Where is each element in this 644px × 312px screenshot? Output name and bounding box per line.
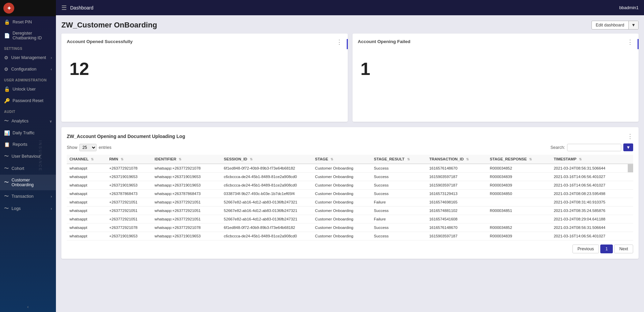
table-cell: 1616574881102 bbox=[426, 207, 487, 215]
audit-section-label: AUDIT bbox=[0, 106, 56, 115]
table-cell: +263772921051 bbox=[106, 215, 152, 223]
sidebar-item-daily-traffic[interactable]: 📊 Daily Traffic bbox=[0, 127, 56, 139]
topbar-title: Dashboard bbox=[70, 5, 94, 11]
sidebar-item-reset-pin[interactable]: 🔒 Reset PIN bbox=[0, 16, 56, 28]
sidebar-item-password-reset[interactable]: 🔑 Password Reset bbox=[0, 95, 56, 106]
table-row: whatsappt+263719019653whatsapp:+26371901… bbox=[67, 173, 633, 181]
dashboard-title: ZW_Customer OnBoarding bbox=[61, 21, 157, 30]
page-1-button[interactable]: 1 bbox=[600, 245, 613, 253]
col-timestamp[interactable]: TIMESTAMP ⇅ bbox=[551, 155, 628, 164]
filter-button[interactable]: ▼ bbox=[623, 143, 633, 151]
sidebar-item-user-behaviour[interactable]: 〜 User Behaviour bbox=[0, 150, 56, 162]
sidebar-item-transaction[interactable]: 〜 Transaction › bbox=[0, 190, 56, 202]
table-cell: whatsapp:+263787868473 bbox=[152, 190, 221, 198]
table-cell: whatsappt bbox=[67, 164, 106, 173]
unlock-icon: 🔓 bbox=[4, 86, 10, 92]
settings-section-label: SETTINGS bbox=[0, 43, 56, 52]
scrollbar-cell[interactable] bbox=[628, 164, 633, 173]
log-section-header: ZW_Account Opening and Document Uploadin… bbox=[67, 133, 633, 140]
edit-dashboard-button[interactable]: Edit dashboard ▼ bbox=[591, 21, 639, 30]
scrollbar-cell bbox=[628, 190, 633, 198]
wave-icon: 〜 bbox=[4, 153, 9, 159]
sidebar-item-analytics[interactable]: 〜 Analytics ∨ bbox=[0, 115, 56, 127]
pagination: Previous 1 Next bbox=[67, 245, 633, 253]
scrollbar-header bbox=[628, 155, 633, 164]
chevron-icon: ‹ bbox=[51, 67, 52, 71]
content-area: ZW_Customer OnBoarding Edit dashboard ▼ … bbox=[56, 15, 644, 312]
table-cell: 2021-03-16T14:06:56.401027 bbox=[551, 181, 628, 190]
stat-card-title-2: Account Opening Failed bbox=[358, 39, 410, 44]
table-controls: Show 25 10 50 100 entries Search: ▼ bbox=[67, 143, 633, 151]
table-cell: whatsapp:+263719019653 bbox=[152, 181, 221, 190]
edit-dashboard-label[interactable]: Edit dashboard bbox=[592, 21, 628, 29]
entries-select[interactable]: 25 10 50 100 bbox=[79, 144, 97, 151]
stat-card-menu-icon[interactable]: ⋮ bbox=[336, 39, 342, 45]
sidebar-item-reports[interactable]: 📋 Reports bbox=[0, 139, 56, 150]
sidebar-item-customer-onboarding[interactable]: 〜 Customer Onboarding bbox=[0, 175, 56, 190]
col-session-id[interactable]: SESSION_ID ⇅ bbox=[221, 155, 312, 164]
data-table: CHANNEL ⇅ RMN ⇅ IDENTIFIER ⇅ SESSION_ID … bbox=[67, 155, 633, 240]
next-button[interactable]: Next bbox=[614, 245, 633, 253]
stat-card-header: Account Opened Successfully ⋮ bbox=[67, 39, 342, 45]
table-cell: 52667e82-ab16-4d12-ab83-0136fb247321 bbox=[221, 207, 312, 215]
topbar-user: bbadmin1 bbox=[619, 5, 639, 10]
col-stage-response[interactable]: STAGE_RESPONSE ⇅ bbox=[487, 155, 551, 164]
table-cell: Customer Onboarding bbox=[312, 173, 371, 181]
user-admin-section-label: USER ADMINISTRATION bbox=[0, 75, 56, 83]
col-stage-result[interactable]: STAGE_RESULT ⇅ bbox=[371, 155, 426, 164]
previous-button[interactable]: Previous bbox=[572, 245, 599, 253]
menu-icon[interactable]: ☰ bbox=[61, 4, 67, 12]
col-stage[interactable]: STAGE ⇅ bbox=[312, 155, 371, 164]
stat-value: 12 bbox=[67, 59, 342, 79]
sidebar-item-deregister[interactable]: 📄 Deregister Chatbanking ID bbox=[0, 28, 56, 43]
search-input[interactable] bbox=[567, 144, 621, 151]
table-cell: 1615903597187 bbox=[426, 173, 487, 181]
log-title: ZW_Account Opening and Document Uploadin… bbox=[67, 134, 185, 139]
show-entries-control: Show 25 10 50 100 entries bbox=[67, 144, 112, 151]
edit-dashboard-dropdown-icon[interactable]: ▼ bbox=[628, 21, 638, 29]
stat-card-title: Account Opened Successfully bbox=[67, 39, 133, 44]
sidebar-item-label: Reset PIN bbox=[13, 20, 32, 24]
table-cell: Customer Onboarding bbox=[312, 181, 371, 190]
table-cell: 1616574698165 bbox=[426, 198, 487, 207]
table-cell: +263772921051 bbox=[106, 198, 152, 207]
col-channel[interactable]: CHANNEL ⇅ bbox=[67, 155, 106, 164]
sidebar-item-logs[interactable]: 〜 Logs › bbox=[0, 202, 56, 215]
table-cell: +263719019653 bbox=[106, 181, 152, 190]
table-cell: 1616576148670 bbox=[426, 223, 487, 232]
log-menu-icon[interactable]: ⋮ bbox=[627, 133, 633, 140]
table-cell: c6cbccca-de24-45b1-8489-81ce2a908cd0 bbox=[221, 232, 312, 240]
sidebar-item-label: Deregister Chatbanking ID bbox=[13, 31, 52, 40]
sidebar-item-configuration[interactable]: ⚙ Configuration ‹ bbox=[0, 63, 56, 75]
sidebar-collapse-button[interactable]: ‹ bbox=[0, 301, 56, 312]
sort-icon-3: ⇅ bbox=[179, 157, 181, 161]
sort-icon-4: ⇅ bbox=[250, 157, 253, 161]
col-identifier[interactable]: IDENTIFIER ⇅ bbox=[152, 155, 221, 164]
entries-label: entries bbox=[99, 145, 112, 150]
show-label: Show bbox=[67, 145, 77, 150]
table-cell: Customer Onboarding bbox=[312, 198, 371, 207]
table-cell: whatsappt bbox=[67, 198, 106, 207]
logo-icon: ✦ bbox=[7, 5, 11, 12]
stat-value-2: 1 bbox=[358, 59, 633, 79]
table-row: whatsappt+263772921078whatsapp:+26377292… bbox=[67, 223, 633, 232]
table-cell: whatsapp:+263719019653 bbox=[152, 173, 221, 181]
sort-icon-8: ⇅ bbox=[529, 157, 532, 161]
table-cell: whatsappt bbox=[67, 215, 106, 223]
table-cell: whatsapp:+263772921078 bbox=[152, 164, 221, 173]
sort-icon: ⇅ bbox=[91, 157, 94, 161]
col-transaction-id[interactable]: TRANSACTION_ID ⇅ bbox=[426, 155, 487, 164]
stat-bar-2 bbox=[638, 39, 639, 49]
col-rmn[interactable]: RMN ⇅ bbox=[106, 155, 152, 164]
scrollbar-cell bbox=[628, 215, 633, 223]
chevron-down-icon: ∨ bbox=[49, 119, 52, 123]
stat-card-menu-icon-2[interactable]: ⋮ bbox=[627, 39, 633, 45]
sidebar-item-cohort[interactable]: 〜 Cohort bbox=[0, 162, 56, 175]
sidebar-item-unlock-user[interactable]: 🔓 Unlock User bbox=[0, 83, 56, 95]
table-cell: Success bbox=[371, 232, 426, 240]
logs-icon: 〜 bbox=[4, 206, 9, 212]
table-cell: c6cbccca-de24-45b1-8489-81ce2a908cd0 bbox=[221, 173, 312, 181]
sidebar-item-user-management[interactable]: ⚙ User Management › bbox=[0, 52, 56, 63]
stat-bar bbox=[347, 39, 348, 49]
gear2-icon: ⚙ bbox=[4, 66, 8, 72]
